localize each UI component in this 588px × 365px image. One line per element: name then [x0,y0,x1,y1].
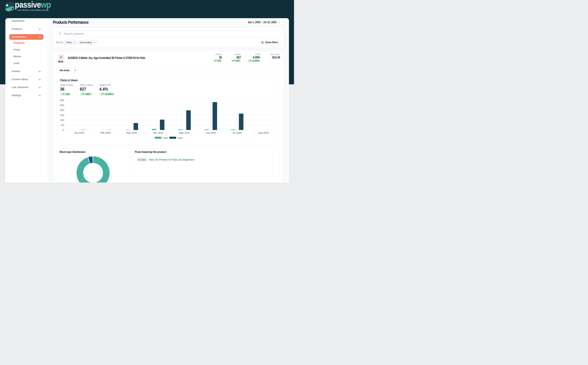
svg-text:0: 0 [62,129,64,131]
svg-text:Aug 2025: Aug 2025 [258,132,269,134]
svg-text:150: 150 [60,114,64,116]
svg-text:300: 300 [60,99,64,102]
svg-text:Jul 2025: Jul 2025 [233,132,242,134]
svg-text:200: 200 [60,109,64,112]
svg-text:Clicks: Clicks [163,136,168,139]
svg-text:Mar 2025: Mar 2025 [127,132,137,134]
svg-text:Apr 2025: Apr 2025 [153,132,163,134]
svg-text:Feb 2025: Feb 2025 [100,132,111,134]
svg-text:100: 100 [60,119,64,121]
svg-text:May 2025: May 2025 [179,132,190,134]
svg-text:250: 250 [60,104,64,106]
svg-text:Views: Views [177,136,183,139]
svg-text:Jan 2025: Jan 2025 [74,132,84,134]
svg-text:50: 50 [61,124,64,126]
svg-text:Jun 2025: Jun 2025 [206,132,216,134]
